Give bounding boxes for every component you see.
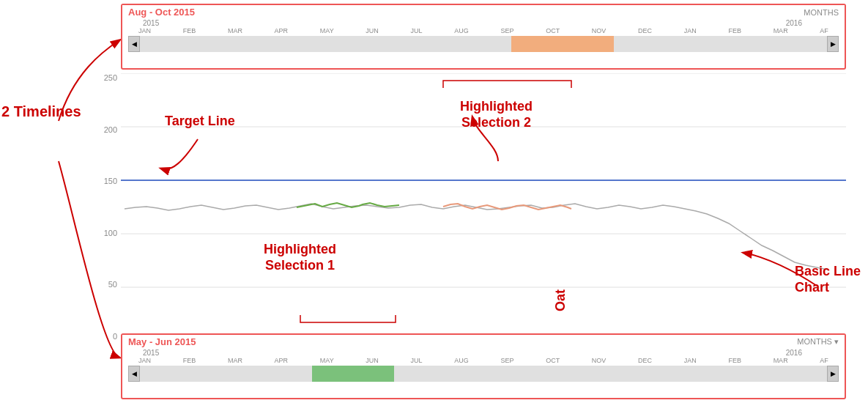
main-container: 2 Timelines Aug - Oct 2015 MONTHS 2015 2… bbox=[0, 0, 868, 403]
y-label-50: 50 bbox=[95, 280, 117, 289]
timeline-top-title: Aug - Oct 2015 bbox=[128, 7, 195, 18]
green-line bbox=[297, 203, 399, 207]
timeline-bottom-year-left: 2015 bbox=[143, 349, 786, 357]
timelines-annotation: 2 Timelines bbox=[1, 103, 81, 120]
timeline-top-scroll-right[interactable]: ▶ bbox=[827, 36, 839, 52]
y-label-150: 150 bbox=[95, 177, 117, 185]
y-label-250: 250 bbox=[95, 73, 117, 82]
timeline-top-year-left: 2015 bbox=[143, 19, 786, 27]
timeline-bottom-scroll-right[interactable]: ▶ bbox=[827, 366, 839, 382]
timeline-nav-top: Aug - Oct 2015 MONTHS 2015 2016 JANFEB M… bbox=[121, 4, 846, 70]
timeline-top-scrollbar[interactable]: ◀ ▶ bbox=[128, 36, 839, 52]
timeline-bottom-scrollbar[interactable]: ◀ ▶ bbox=[128, 366, 839, 382]
y-label-200: 200 bbox=[95, 125, 117, 134]
chart-area: Aug - Oct 2015 MONTHS 2015 2016 JANFEB M… bbox=[121, 4, 846, 399]
timeline-top-track[interactable] bbox=[140, 36, 827, 52]
highlighted-selection-2-annotation: HighlightedSelection 2 bbox=[460, 99, 533, 130]
y-label-0: 0 bbox=[95, 332, 117, 341]
gray-line bbox=[125, 204, 828, 270]
timeline-top-year-right: 2016 bbox=[786, 19, 824, 27]
y-label-100: 100 bbox=[95, 229, 117, 237]
highlighted-selection-1-annotation: HighlightedSelection 1 bbox=[264, 242, 336, 273]
peach-line bbox=[443, 204, 571, 210]
timeline-bottom-track[interactable] bbox=[140, 366, 827, 382]
selection2-bracket bbox=[443, 81, 571, 88]
timeline-nav-bottom: May - Jun 2015 MONTHS ▾ 2015 2016 JANFEB… bbox=[121, 333, 846, 399]
oat-label: Oat bbox=[553, 289, 569, 311]
target-line-annotation: Target Line bbox=[165, 114, 235, 130]
timeline-top-scroll-left[interactable]: ◀ bbox=[128, 36, 140, 52]
timeline-bottom-scroll-left[interactable]: ◀ bbox=[128, 366, 140, 382]
y-axis: 0 50 100 150 200 250 bbox=[95, 73, 117, 341]
timeline-top-months-btn[interactable]: MONTHS bbox=[804, 8, 839, 17]
basic-line-chart-annotation: Basic LineChart bbox=[795, 264, 861, 295]
timeline-bottom-title: May - Jun 2015 bbox=[128, 336, 196, 347]
selection1-bracket bbox=[300, 315, 396, 322]
timeline-bottom-months-btn[interactable]: MONTHS ▾ bbox=[797, 337, 839, 347]
timeline-bottom-year-right: 2016 bbox=[786, 349, 824, 357]
